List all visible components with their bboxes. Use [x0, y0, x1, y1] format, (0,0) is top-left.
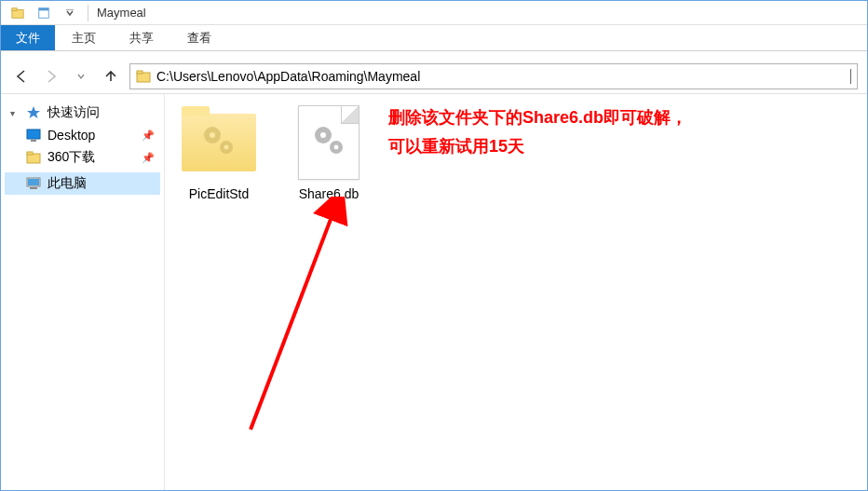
desktop-icon [25, 127, 42, 143]
qat-dropdown-icon[interactable] [59, 3, 81, 23]
qat-folder-icon[interactable] [7, 3, 29, 23]
svg-point-19 [320, 132, 326, 138]
annotation-line: 可以重新试用15天 [388, 132, 687, 161]
ribbon-spacer [1, 51, 867, 59]
svg-point-21 [334, 145, 339, 150]
svg-rect-6 [137, 71, 142, 74]
annotation-text: 删除该文件夹下的Share6.db即可破解， 可以重新试用15天 [388, 103, 687, 160]
titlebar: Maymeal [1, 1, 867, 25]
tab-home[interactable]: 主页 [55, 25, 113, 50]
sidebar-item-label: 快速访问 [47, 104, 100, 121]
annotation-arrow [232, 197, 446, 443]
file-label: Share6.db [284, 185, 373, 202]
back-button[interactable] [10, 65, 33, 88]
tab-share[interactable]: 共享 [113, 25, 170, 50]
file-label: PicEditStd [174, 185, 264, 202]
content-pane[interactable]: PicEditStd [165, 94, 867, 490]
recent-dropdown[interactable] [70, 65, 92, 88]
svg-rect-12 [28, 179, 39, 185]
address-path[interactable]: C:\Users\Lenovo\AppData\Roaming\Maymeal [156, 69, 851, 84]
file-item-share6db[interactable]: Share6.db [284, 103, 373, 202]
file-item-piceditstd[interactable]: PicEditStd [174, 103, 264, 202]
pin-icon: 📌 [142, 152, 155, 164]
svg-rect-1 [12, 7, 17, 10]
folder-icon [180, 103, 258, 182]
svg-point-17 [224, 145, 229, 150]
sidebar-item-label: Desktop [47, 128, 95, 143]
tab-view[interactable]: 查看 [170, 25, 228, 50]
up-button[interactable] [100, 65, 122, 88]
svg-point-15 [210, 132, 215, 138]
svg-rect-7 [27, 130, 40, 139]
address-folder-icon [136, 69, 151, 84]
address-bar[interactable]: C:\Users\Lenovo\AppData\Roaming\Maymeal [129, 63, 858, 89]
navbar: C:\Users\Lenovo\AppData\Roaming\Maymeal [1, 59, 867, 94]
chevron-down-icon: ▾ [10, 108, 20, 118]
star-icon [25, 104, 42, 121]
window-title: Maymeal [97, 6, 146, 20]
sidebar-item-desktop[interactable]: Desktop 📌 [5, 124, 160, 146]
svg-line-22 [251, 210, 334, 430]
sidebar-quick-access[interactable]: ▾ 快速访问 [5, 102, 160, 124]
svg-rect-8 [31, 140, 36, 142]
body: ▾ 快速访问 Desktop 📌 360下载 📌 ▸ [1, 94, 867, 490]
annotation-line: 删除该文件夹下的Share6.db即可破解， [388, 103, 687, 132]
sidebar-item-360download[interactable]: 360下载 📌 [5, 146, 160, 169]
sidebar: ▾ 快速访问 Desktop 📌 360下载 📌 ▸ [1, 94, 165, 490]
qat-properties-icon[interactable] [33, 3, 55, 23]
folder-icon [25, 149, 42, 166]
pc-icon [25, 175, 42, 192]
sidebar-item-label: 此电脑 [47, 175, 87, 192]
titlebar-separator [88, 5, 88, 21]
ribbon: 文件 主页 共享 查看 [1, 25, 867, 51]
svg-rect-10 [27, 152, 33, 155]
file-icon [290, 103, 368, 182]
sidebar-item-thispc[interactable]: ▸ 此电脑 [5, 172, 160, 195]
svg-rect-3 [39, 7, 49, 10]
sidebar-item-label: 360下载 [47, 149, 95, 166]
forward-button[interactable] [40, 65, 62, 88]
pin-icon: 📌 [142, 130, 155, 142]
file-tab[interactable]: 文件 [1, 25, 55, 50]
svg-rect-13 [30, 187, 37, 189]
